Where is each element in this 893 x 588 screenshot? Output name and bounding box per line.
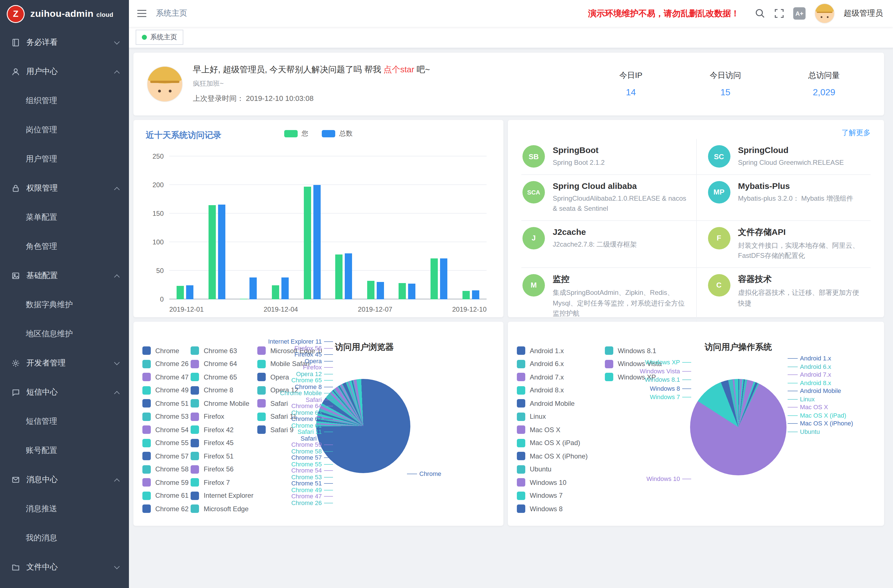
logo-title: zuihou-admincloud xyxy=(30,8,113,20)
legend-item[interactable]: Windows 8.1 xyxy=(605,344,677,357)
legend-item[interactable]: Chrome 64 xyxy=(191,357,256,370)
font-size-button[interactable]: A+ xyxy=(793,7,806,20)
legend-item[interactable]: Chrome 57 xyxy=(142,450,189,463)
legend-item[interactable]: Android 1.x xyxy=(517,344,603,357)
legend-item[interactable]: Safari xyxy=(257,397,322,410)
legend-item[interactable]: Android Mobile xyxy=(517,397,603,410)
star-link[interactable]: 点个star xyxy=(383,65,414,74)
legend-item[interactable]: Chrome 58 xyxy=(142,463,189,476)
sidebar-item-7[interactable]: 文件中心 xyxy=(0,553,129,582)
legend-item[interactable]: Opera xyxy=(257,370,322,384)
sidebar-subitem-6-1[interactable]: 我的消息 xyxy=(0,523,129,553)
legend-item[interactable]: Microsoft Edge xyxy=(191,502,256,516)
current-username[interactable]: 超级管理员 xyxy=(844,8,883,18)
legend-item[interactable]: Android 8.x xyxy=(517,384,603,397)
sidebar-subitem-5-1[interactable]: 账号配置 xyxy=(0,436,129,465)
legend-item[interactable]: Chrome 53 xyxy=(142,410,189,423)
learn-more-link[interactable]: 了解更多 xyxy=(521,126,870,139)
legend-item[interactable]: Mac OS X (iPad) xyxy=(517,436,603,450)
bar-您 xyxy=(304,186,311,299)
tech-badge: SC xyxy=(708,145,730,168)
legend-item[interactable]: Safari 11 xyxy=(257,410,322,423)
sidebar-subitem-3-0[interactable]: 数据字典维护 xyxy=(0,290,129,319)
visit-bar-chart: 050100150200250 2019-12-012019-12-042019… xyxy=(169,153,487,313)
legend-item[interactable]: Chrome 47 xyxy=(142,370,189,384)
sidebar-item-0[interactable]: 务必详看 xyxy=(0,28,129,57)
browser-legend: ChromeChrome 26Chrome 47Chrome 49Chrome … xyxy=(142,344,322,518)
legend-item[interactable]: Chrome 51 xyxy=(142,397,189,410)
legend-item[interactable]: Chrome Mobile xyxy=(191,397,256,410)
tab-home[interactable]: 系统主页 xyxy=(136,30,183,45)
legend-label: Mac OS X xyxy=(530,426,560,434)
pie-callout-label: Mac OS X (iPhone) xyxy=(788,420,853,427)
legend-item[interactable]: Opera 12 xyxy=(257,384,322,397)
logo[interactable]: Z zuihou-admincloud xyxy=(0,0,129,28)
legend-item[interactable]: Mac OS X xyxy=(517,423,603,436)
legend-marker xyxy=(517,505,525,513)
legend-item[interactable]: Chrome 49 xyxy=(142,384,189,397)
legend-label: Chrome 8 xyxy=(204,386,233,394)
legend-item[interactable]: Windows 10 xyxy=(517,476,603,489)
legend-item[interactable]: Firefox xyxy=(191,410,256,423)
sidebar-item-6[interactable]: 消息中心 xyxy=(0,465,129,495)
sidebar-subitem-5-0[interactable]: 短信管理 xyxy=(0,407,129,436)
sidebar-subitem-1-0[interactable]: 组织管理 xyxy=(0,86,129,116)
legend-item[interactable]: Windows XP xyxy=(605,370,677,384)
legend-item[interactable]: Windows 7 xyxy=(517,489,603,502)
legend-item[interactable]: Chrome 62 xyxy=(142,502,189,516)
legend-item[interactable]: Chrome 63 xyxy=(191,344,256,357)
legend-item[interactable]: Chrome 54 xyxy=(142,423,189,436)
legend-item[interactable]: Firefox 7 xyxy=(191,476,256,489)
user-avatar[interactable] xyxy=(815,3,835,24)
legend-item[interactable]: Chrome 55 xyxy=(142,436,189,450)
legend-item[interactable]: Mac OS X (iPhone) xyxy=(517,450,603,463)
legend-item[interactable]: Firefox 56 xyxy=(191,463,256,476)
sidebar-item-2[interactable]: 权限管理 xyxy=(0,174,129,203)
legend-item[interactable]: Firefox 51 xyxy=(191,450,256,463)
fullscreen-icon[interactable] xyxy=(774,8,784,18)
legend-item[interactable]: Mobile Safari xyxy=(257,357,322,370)
sidebar-subitem-2-0[interactable]: 菜单配置 xyxy=(0,203,129,232)
legend-item[interactable]: Internet Explorer 11 xyxy=(191,489,256,502)
bar-总数 xyxy=(186,285,194,299)
search-icon[interactable] xyxy=(755,8,765,18)
sidebar-subitem-1-2[interactable]: 用户管理 xyxy=(0,144,129,174)
sidebar-subitem-3-1[interactable]: 地区信息维护 xyxy=(0,319,129,349)
legend-item[interactable]: 总数 xyxy=(322,129,353,138)
legend-marker xyxy=(191,492,199,500)
sidebar-item-5[interactable]: 短信中心 xyxy=(0,378,129,407)
legend-item[interactable]: Windows 8 xyxy=(517,502,603,516)
legend-item[interactable]: Windows Vista xyxy=(605,357,677,370)
tech-item: SCSpringCloudSpring Cloud Greenwich.RELE… xyxy=(696,139,870,174)
sidebar-subitem-2-1[interactable]: 角色管理 xyxy=(0,232,129,261)
bar-您 xyxy=(335,255,343,299)
legend-item[interactable]: Ubuntu xyxy=(517,463,603,476)
legend-item[interactable]: Android 6.x xyxy=(517,357,603,370)
x-tick-label xyxy=(392,302,422,313)
legend-item[interactable]: 您 xyxy=(284,129,308,138)
legend-item[interactable]: Safari 9 xyxy=(257,423,322,436)
legend-item[interactable]: Firefox 45 xyxy=(191,436,256,450)
legend-item[interactable]: Android 7.x xyxy=(517,370,603,384)
page-content: 早上好, 超级管理员, 今天帮别人解决问题了吗 帮我 点个star 吧~ 疯狂加… xyxy=(129,48,893,588)
legend-item[interactable]: Chrome 65 xyxy=(191,370,256,384)
legend-item[interactable]: Linux xyxy=(517,410,603,423)
sidebar-subitem-6-0[interactable]: 消息推送 xyxy=(0,495,129,523)
legend-item[interactable]: Microsoft Edge 16 xyxy=(257,344,322,357)
sidebar-item-4[interactable]: 开发者管理 xyxy=(0,349,129,378)
breadcrumb[interactable]: 系统主页 xyxy=(156,8,187,18)
sidebar-item-3[interactable]: 基础配置 xyxy=(0,261,129,290)
legend-item[interactable]: Firefox 42 xyxy=(191,423,256,436)
sidebar-subitem-1-1[interactable]: 岗位管理 xyxy=(0,116,129,144)
legend-marker xyxy=(517,492,525,500)
legend-item[interactable]: Chrome 26 xyxy=(142,357,189,370)
y-tick-label: 0 xyxy=(160,295,164,303)
legend-item[interactable]: Chrome 61 xyxy=(142,489,189,502)
legend-item[interactable]: Chrome xyxy=(142,344,189,357)
hamburger-icon[interactable] xyxy=(137,9,147,18)
legend-item[interactable]: Chrome 59 xyxy=(142,476,189,489)
sidebar-item-1[interactable]: 用户中心 xyxy=(0,57,129,86)
legend-label: Firefox 51 xyxy=(204,452,234,460)
legend-marker xyxy=(142,492,151,500)
legend-item[interactable]: Chrome 8 xyxy=(191,384,256,397)
